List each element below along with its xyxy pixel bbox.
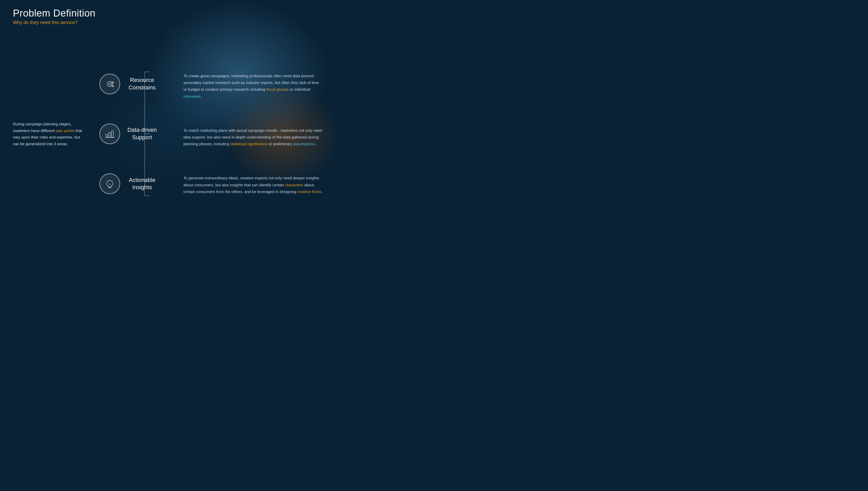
page-header: Problem Definition Why do they need this…: [13, 8, 421, 25]
desc3-end1: .: [321, 190, 322, 194]
icon-circle-resource: [99, 74, 120, 94]
description-resource: To create great campaigns, marketing pro…: [183, 73, 323, 100]
diagram-row-data: Data-driven Support: [85, 123, 173, 144]
page-subtitle: Why do they need this service?: [13, 20, 421, 25]
desc3-highlight1: characters: [285, 183, 303, 187]
svg-line-9: [111, 85, 112, 86]
page-content: Problem Definition Why do they need this…: [0, 0, 434, 246]
center-diagram: Resource Constrains Data-driven: [85, 59, 173, 209]
desc2-mid1: or preliminary: [267, 142, 293, 146]
right-descriptions: To create great campaigns, marketing pro…: [173, 59, 421, 209]
svg-line-7: [111, 83, 112, 84]
chart-icon: [104, 129, 115, 139]
left-description: During campaign planning stages, markete…: [13, 121, 85, 147]
svg-point-8: [112, 85, 114, 87]
svg-rect-11: [109, 132, 111, 138]
desc1-mid1: or individual: [289, 87, 310, 91]
svg-rect-12: [112, 131, 113, 138]
desc1-highlight1: focus groups: [266, 87, 289, 91]
resource-icon: [104, 79, 115, 89]
desc2-highlight2: assumptions: [293, 142, 315, 146]
desc2-highlight1: statistical significance: [230, 142, 267, 146]
main-layout: During campaign planning stages, markete…: [13, 33, 421, 235]
actionable-label: Actionable Insights: [125, 176, 159, 191]
pain-points-highlight: pain points: [56, 128, 74, 133]
diagram-row-actionable: Actionable Insights: [85, 173, 173, 194]
data-label: Data-driven Support: [125, 126, 159, 141]
description-data: To match marketing plans with actual cam…: [183, 127, 323, 148]
svg-rect-10: [106, 134, 108, 138]
resource-label: Resource Constrains: [125, 77, 159, 91]
svg-point-5: [109, 83, 111, 85]
svg-point-6: [112, 82, 114, 83]
bulb-icon: [104, 179, 115, 189]
desc2-end1: .: [315, 142, 316, 146]
icon-circle-data: [99, 123, 120, 144]
icon-circle-actionable: [99, 173, 120, 194]
page-title: Problem Definition: [13, 8, 421, 19]
desc1-end1: .: [201, 94, 202, 98]
desc1-highlight2: interviews: [183, 94, 201, 98]
svg-point-4: [107, 81, 112, 87]
description-actionable: To generate extraordinary ideas, creativ…: [183, 175, 323, 195]
desc3-highlight2: creative forms: [297, 190, 321, 194]
diagram-row-resource: Resource Constrains: [85, 74, 173, 94]
